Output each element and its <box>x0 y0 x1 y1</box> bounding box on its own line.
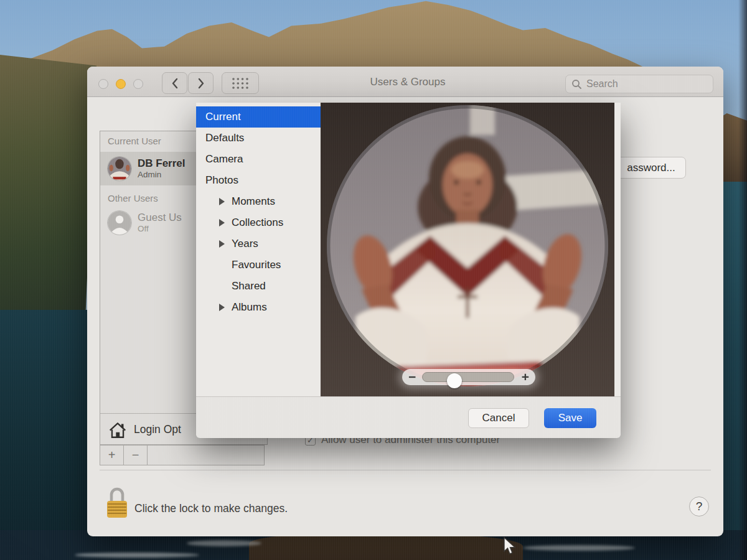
zoom-in-icon[interactable]: + <box>522 369 529 385</box>
avatar <box>108 157 131 180</box>
zoom-slider[interactable]: − + <box>402 369 535 385</box>
disclosure-triangle-icon[interactable] <box>219 240 225 248</box>
home-icon <box>108 420 128 440</box>
source-item-collections[interactable]: Collections <box>196 212 321 233</box>
user-role: Admin <box>138 170 186 180</box>
window-title: Users & Groups <box>324 76 492 88</box>
mouse-cursor <box>502 536 517 558</box>
wallpaper-cliffs <box>0 55 96 329</box>
chevron-left-icon <box>171 78 179 89</box>
profile-photo-preview: − + <box>321 103 614 396</box>
sheet-footer: Cancel Save <box>196 396 621 438</box>
wallpaper-rocks <box>249 533 523 560</box>
zoom-button[interactable] <box>133 79 143 89</box>
search-input[interactable]: Search <box>565 75 713 93</box>
users-groups-window: Users & Groups Search Current User <box>87 67 723 536</box>
zoom-out-icon[interactable]: − <box>408 369 416 385</box>
guest-avatar <box>108 211 131 235</box>
add-remove-bar: + − <box>100 445 265 465</box>
zoom-slider-track[interactable] <box>422 372 514 382</box>
source-item-shared[interactable]: Shared <box>196 276 321 297</box>
source-item-albums[interactable]: Albums <box>196 297 321 318</box>
source-item-photos[interactable]: Photos <box>196 170 321 191</box>
divider <box>100 470 711 470</box>
disclosure-triangle-icon[interactable] <box>219 304 225 311</box>
add-user-button[interactable]: + <box>100 446 124 465</box>
wave-foam <box>187 540 261 546</box>
close-button[interactable] <box>98 79 108 89</box>
source-item-favourites[interactable]: Favourites <box>196 254 321 276</box>
cancel-button[interactable]: Cancel <box>468 408 529 428</box>
picture-source-list: Current Defaults Camera Photos Moments C… <box>196 106 321 393</box>
minimize-button[interactable] <box>116 79 126 89</box>
source-item-camera[interactable]: Camera <box>196 149 321 170</box>
photo-edge-shadow <box>738 0 747 560</box>
help-button[interactable]: ? <box>689 497 709 516</box>
chevron-right-icon <box>197 78 205 89</box>
source-item-moments[interactable]: Moments <box>196 191 321 212</box>
login-options-label: Login Opt <box>134 423 181 436</box>
picture-chooser-sheet: Current Defaults Camera Photos Moments C… <box>196 103 621 437</box>
remove-user-button[interactable]: − <box>124 446 148 465</box>
zoom-slider-knob[interactable] <box>447 373 462 388</box>
disclosure-triangle-icon[interactable] <box>219 198 225 205</box>
grid-icon <box>231 77 250 90</box>
back-button[interactable] <box>162 72 187 94</box>
lock-message: Click the lock to make changes. <box>134 502 288 515</box>
search-placeholder: Search <box>586 78 618 90</box>
source-item-years[interactable]: Years <box>196 233 321 254</box>
user-name: DB Ferrel <box>138 157 186 170</box>
save-button[interactable]: Save <box>544 408 596 428</box>
disclosure-triangle-icon[interactable] <box>219 219 225 226</box>
wave-foam <box>75 553 199 558</box>
forward-button[interactable] <box>188 72 214 94</box>
source-item-defaults[interactable]: Defaults <box>196 128 321 149</box>
wallpaper-water-left <box>0 310 95 560</box>
change-password-button[interactable]: assword... <box>616 157 686 179</box>
source-item-current[interactable]: Current <box>196 106 321 128</box>
show-all-preferences-button[interactable] <box>222 72 259 94</box>
user-name: Guest Us <box>138 212 182 224</box>
lock-icon[interactable] <box>106 486 128 522</box>
wave-foam <box>523 545 635 551</box>
user-status: Off <box>138 224 182 234</box>
window-toolbar: Users & Groups Search <box>87 67 723 97</box>
search-icon <box>571 79 582 90</box>
